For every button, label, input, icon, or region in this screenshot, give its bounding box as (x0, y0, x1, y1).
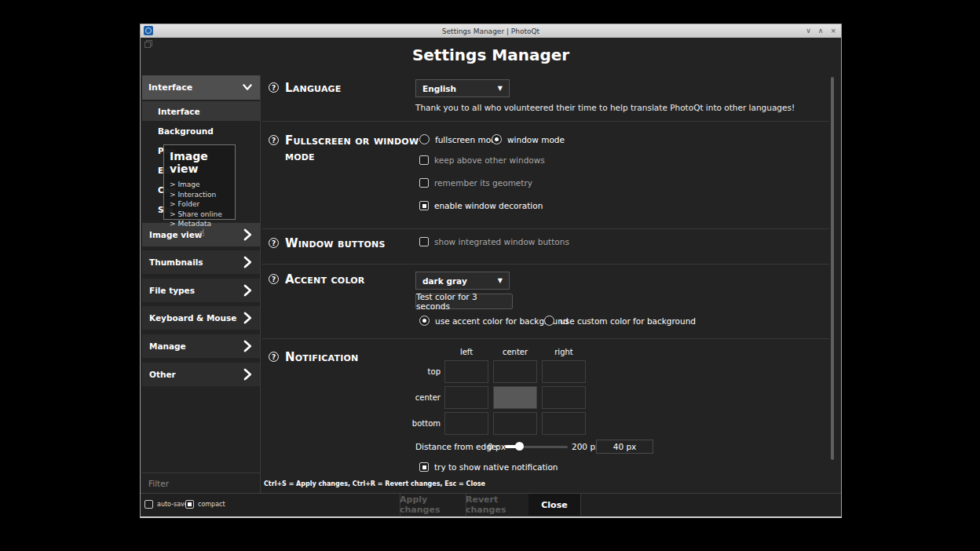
dropdown-arrow-icon: ▼ (498, 85, 503, 92)
notif-cell-bottom-left[interactable] (444, 412, 488, 435)
dropdown-arrow-icon: ▼ (498, 277, 503, 284)
accent-color-dropdown[interactable]: dark gray ▼ (415, 272, 510, 290)
checkbox-icon (419, 178, 429, 188)
close-icon[interactable]: × (830, 27, 836, 35)
language-dropdown-value: English (422, 84, 498, 93)
custom-background-radio[interactable]: use custom color for background (544, 316, 696, 326)
tooltip-item: > Image (170, 180, 235, 190)
sidebar-item-background[interactable]: Background (142, 121, 260, 140)
chevron-right-icon (240, 339, 254, 353)
help-icon[interactable]: ? (269, 352, 279, 362)
sidebar-category-interface[interactable]: Interface (142, 75, 260, 100)
filter-input[interactable] (142, 473, 260, 493)
image-view-tooltip: Image view > Image > Interaction > Folde… (163, 144, 236, 220)
chevron-right-icon (240, 228, 254, 242)
sidebar-item-other[interactable]: Other (142, 363, 260, 386)
accent-color-dropdown-value: dark gray (422, 276, 498, 286)
sidebar-item-interface[interactable]: Interface (142, 101, 260, 121)
section-divider (262, 121, 829, 122)
section-title-window-buttons: Window buttons (285, 235, 430, 251)
section-title-notification: Notification (285, 349, 430, 365)
help-icon[interactable]: ? (269, 238, 279, 248)
notif-cell-center-center[interactable] (493, 386, 537, 409)
notif-cell-bottom-right[interactable] (542, 412, 586, 435)
language-note: Thank you to all who volunteered their t… (415, 103, 795, 112)
close-button[interactable]: Close (528, 494, 580, 516)
grid-row-top: top (393, 367, 441, 376)
maximize-icon[interactable]: ∧ (818, 27, 824, 35)
hand-cursor-icon: ☝ (199, 227, 205, 239)
checkbox-checked-icon (185, 500, 194, 509)
notif-cell-center-right[interactable] (542, 386, 586, 409)
grid-row-bottom: bottom (393, 419, 441, 428)
chevron-right-icon (240, 255, 254, 269)
sidebar-item-keyboard-mouse[interactable]: Keyboard & Mouse (142, 306, 260, 330)
help-icon[interactable]: ? (269, 274, 279, 284)
sidebar-category-label: Interface (148, 82, 192, 93)
chevron-right-icon (240, 311, 254, 325)
section-divider (262, 264, 829, 265)
help-icon[interactable]: ? (269, 82, 279, 93)
slider-min-label: 0 px (488, 442, 506, 451)
radio-icon (544, 316, 554, 326)
scrollbar-thumb[interactable] (831, 77, 834, 460)
auto-save-checkbox[interactable]: auto-save (144, 500, 188, 509)
notif-cell-top-center[interactable] (493, 360, 537, 383)
section-divider (262, 228, 829, 229)
sidebar-item-manage[interactable]: Manage (142, 334, 260, 358)
grid-row-center: center (393, 393, 441, 402)
notif-cell-bottom-center[interactable] (493, 412, 537, 435)
chevron-right-icon (240, 367, 254, 381)
titlebar[interactable]: Settings Manager | PhotoQt ∨ ∧ × (141, 24, 841, 38)
distance-label: Distance from edge: (415, 442, 499, 451)
sidebar-divider (260, 75, 261, 493)
minimize-icon[interactable]: ∨ (806, 27, 811, 35)
tooltip-title: Image view (170, 150, 235, 175)
distance-value-spinbox[interactable]: 40 px (596, 440, 653, 454)
compact-checkbox[interactable]: compact (185, 500, 225, 509)
page-title: Settings Manager (141, 46, 841, 64)
distance-slider-handle[interactable] (515, 442, 524, 451)
shortcut-status-text: Ctrl+S = Apply changes, Ctrl+R = Revert … (264, 480, 485, 487)
chevron-down-icon (241, 81, 254, 93)
bottom-bar: auto-save compact Apply changes Revert c… (141, 493, 841, 515)
popout-icon[interactable] (144, 40, 152, 48)
checkbox-checked-icon (419, 201, 429, 210)
desktop-background: Settings Manager | PhotoQt ∨ ∧ × Setting… (0, 0, 980, 551)
sidebar-item-thumbnails[interactable]: Thumbnails (142, 250, 260, 274)
chevron-right-icon (240, 283, 254, 297)
remember-geometry-checkbox[interactable]: remember its geometry (419, 178, 532, 188)
native-notification-checkbox[interactable]: try to show native notification (419, 462, 558, 472)
notif-cell-top-left[interactable] (444, 360, 488, 383)
notif-cell-center-left[interactable] (444, 386, 488, 409)
apply-changes-button[interactable]: Apply changes (400, 494, 466, 516)
keep-above-checkbox[interactable]: keep above other windows (419, 155, 545, 165)
section-divider (262, 338, 829, 339)
radio-checked-icon (419, 316, 430, 326)
checkbox-icon (419, 237, 429, 246)
section-title-fullscreen: Fullscreen or window mode (285, 133, 430, 164)
checkbox-icon (419, 155, 429, 165)
window-title: Settings Manager | PhotoQt (141, 27, 841, 35)
window-mode-radio[interactable]: window mode (492, 134, 565, 144)
tooltip-item: > Share online (170, 210, 235, 220)
tooltip-item: > Interaction (170, 190, 235, 200)
section-title-accent-color: Accent color (285, 272, 430, 287)
notif-cell-top-right[interactable] (542, 360, 586, 383)
help-icon[interactable]: ? (269, 135, 279, 145)
fullscreen-mode-radio[interactable]: fullscreen mode (419, 134, 501, 144)
window-decoration-checkbox[interactable]: enable window decoration (419, 201, 543, 210)
sidebar-item-file-types[interactable]: File types (142, 279, 260, 302)
checkbox-icon (144, 500, 153, 509)
language-dropdown[interactable]: English ▼ (415, 79, 510, 97)
grid-col-center: center (493, 348, 537, 356)
test-color-button[interactable]: Test color for 3 seconds (415, 294, 513, 309)
checkbox-checked-icon (419, 462, 429, 472)
section-title-language: Language (285, 80, 430, 96)
integrated-window-buttons-checkbox[interactable]: show integrated window buttons (419, 237, 569, 246)
radio-icon (419, 134, 430, 144)
grid-col-left: left (444, 348, 488, 356)
settings-window: Settings Manager | PhotoQt ∨ ∧ × Setting… (140, 24, 842, 518)
revert-changes-button[interactable]: Revert changes (466, 494, 528, 516)
sidebar-filter[interactable] (142, 473, 260, 493)
